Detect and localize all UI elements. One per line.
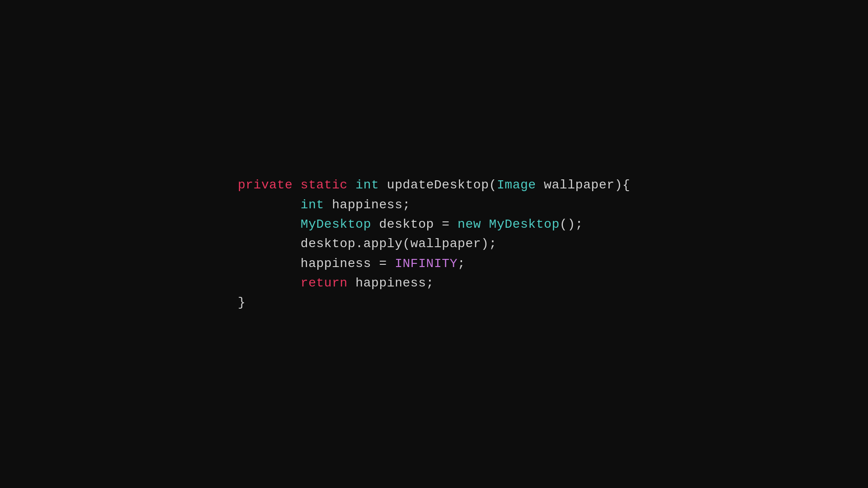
keyword-int-return-type: int [355,178,379,192]
var-happiness-decl: happiness; [324,198,410,212]
ctor-parens: (); [560,217,583,231]
class-mydesktop-type: MyDesktop [301,217,371,231]
code-line-3: MyDesktop desktop = new MyDesktop(); [238,215,630,234]
code-line-7: } [238,293,630,312]
happiness-assign: happiness = [301,257,395,271]
code-line-4: desktop.apply(wallpaper); [238,234,630,253]
space [481,217,489,231]
class-image: Image [497,178,536,192]
param-wallpaper: wallpaper){ [536,178,630,192]
constant-infinity: INFINITY [395,257,458,271]
method-name: updateDesktop( [387,178,497,192]
keyword-static: static [301,178,348,192]
code-line-1: private static int updateDesktop(Image w… [238,175,630,195]
keyword-return: return [301,276,348,290]
method-call-apply: desktop.apply(wallpaper); [301,237,497,251]
return-happiness: happiness; [348,276,434,290]
code-display: private static int updateDesktop(Image w… [238,175,630,313]
keyword-private: private [238,178,293,192]
semicolon-5: ; [458,257,465,271]
code-line-2: int happiness; [238,195,630,215]
keyword-new: new [458,217,481,231]
code-line-6: return happiness; [238,273,630,293]
keyword-int-var: int [301,198,324,212]
closing-brace: } [238,296,245,310]
class-mydesktop-ctor: MyDesktop [489,217,560,231]
code-line-5: happiness = INFINITY; [238,254,630,273]
var-desktop-assign: desktop = [371,217,458,231]
